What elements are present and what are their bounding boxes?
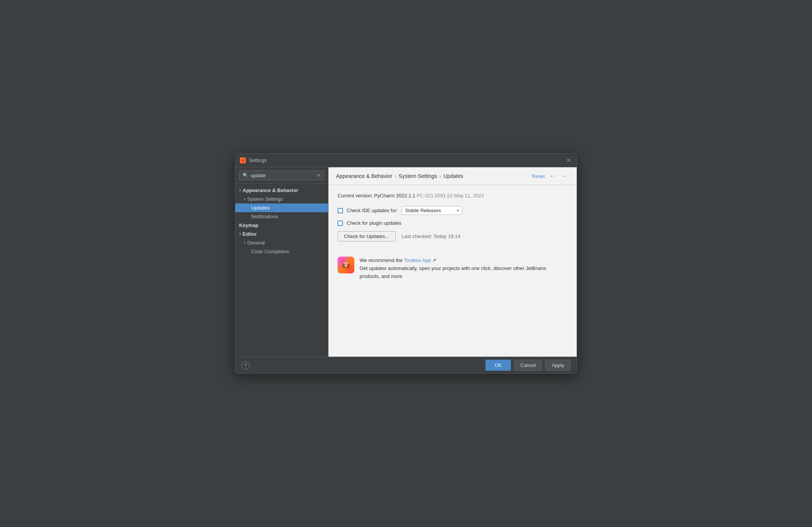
breadcrumb-part-2: System Settings	[399, 173, 437, 179]
panel-header: Appearance & Behavior › System Settings …	[328, 167, 577, 185]
nav-back-button[interactable]: ←	[548, 172, 557, 180]
check-updates-row: Check for Updates... Last checked: Today…	[338, 231, 568, 241]
sidebar-item-label: Updates	[251, 205, 270, 211]
breadcrumb-sep-1: ›	[395, 173, 396, 179]
toolbox-app-link[interactable]: Toolbox App	[404, 257, 431, 263]
sidebar-item-system-settings[interactable]: ▾ System Settings	[235, 195, 328, 203]
expand-arrow: ▾	[239, 232, 241, 236]
svg-rect-1	[241, 159, 244, 162]
sidebar-item-code-completion[interactable]: Code Completion	[235, 247, 328, 256]
recommend-text-block: We recommend the Toolbox App ↗ Get updat…	[360, 257, 568, 280]
check-ide-label: Check IDE updates for:	[347, 208, 398, 213]
sidebar-item-label: System Settings	[247, 196, 283, 202]
window-title: Settings	[249, 157, 267, 163]
settings-window: Settings ✕ 🔍 ✕ ▾ Appearance & Behavior	[235, 153, 577, 374]
toolbox-icon	[338, 257, 354, 273]
breadcrumb-part-1: Appearance & Behavior	[336, 173, 392, 179]
search-clear-button[interactable]: ✕	[317, 172, 321, 178]
sidebar-item-notifications[interactable]: Notifications	[235, 212, 328, 221]
select-arrow-icon: ▾	[457, 208, 459, 213]
search-input[interactable]	[251, 173, 314, 178]
sidebar-tree: ▾ Appearance & Behavior ▾ System Setting…	[235, 184, 328, 357]
recommend-desc: Get updates automatically, open your pro…	[360, 265, 568, 281]
check-ide-row: Check IDE updates for: Stable Releases ▾	[338, 206, 568, 215]
search-wrap: 🔍 ✕	[239, 170, 324, 180]
version-info: Current version: PyCharm 2022.1.1 PC-221…	[338, 193, 568, 198]
ok-button[interactable]: OK	[485, 360, 511, 371]
select-value: Stable Releases	[405, 208, 455, 213]
bottom-buttons: OK Cancel Apply	[485, 360, 571, 371]
reset-link[interactable]: Reset	[532, 173, 545, 179]
check-updates-button[interactable]: Check for Updates...	[338, 231, 396, 241]
svg-point-5	[345, 265, 347, 267]
nav-forward-button[interactable]: →	[560, 172, 569, 180]
stable-releases-select[interactable]: Stable Releases ▾	[401, 206, 462, 215]
main-content: 🔍 ✕ ▾ Appearance & Behavior ▾ System Set…	[235, 167, 577, 357]
app-icon	[240, 157, 246, 163]
toolbox-svg	[341, 260, 351, 270]
sidebar-item-label: General	[247, 240, 265, 246]
cancel-button[interactable]: Cancel	[514, 360, 542, 371]
sidebar-item-appearance[interactable]: ▾ Appearance & Behavior	[235, 186, 328, 195]
panel-body: Current version: PyCharm 2022.1.1 PC-221…	[328, 185, 577, 357]
main-panel: Appearance & Behavior › System Settings …	[328, 167, 577, 357]
sidebar-item-updates[interactable]: Updates	[235, 203, 328, 212]
sidebar-item-general[interactable]: ▾ General	[235, 238, 328, 247]
breadcrumb: Appearance & Behavior › System Settings …	[336, 173, 463, 179]
version-label: Current version: PyCharm 2022.1.1	[338, 193, 415, 198]
expand-arrow: ▾	[239, 188, 241, 192]
panel-actions: Reset ← →	[532, 172, 569, 180]
close-button[interactable]: ✕	[565, 157, 572, 164]
recommend-first-line: We recommend the Toolbox App ↗	[360, 257, 568, 265]
bottom-bar: ? OK Cancel Apply	[235, 357, 577, 373]
expand-arrow: ▾	[244, 197, 246, 201]
sidebar-item-label: Notifications	[251, 214, 278, 219]
sidebar-item-label: Appearance & Behavior	[243, 187, 298, 193]
svg-rect-4	[344, 262, 348, 265]
title-bar: Settings ✕	[235, 154, 577, 167]
last-checked-text: Last checked: Today 19:14	[402, 233, 460, 239]
recommend-prefix: We recommend the	[360, 257, 404, 263]
search-container: 🔍 ✕	[235, 167, 328, 184]
check-plugin-row: Check for plugin updates	[338, 220, 568, 226]
check-ide-checkbox[interactable]	[338, 208, 343, 213]
recommend-box: We recommend the Toolbox App ↗ Get updat…	[338, 251, 568, 286]
breadcrumb-sep-2: ›	[439, 173, 441, 179]
sidebar-item-label: Editor	[243, 231, 257, 237]
expand-arrow: ▾	[244, 241, 246, 245]
search-icon: 🔍	[243, 173, 248, 178]
breadcrumb-part-3: Updates	[443, 173, 463, 179]
sidebar-item-label: Code Completion	[251, 249, 289, 254]
toolbox-arrow: ↗	[431, 257, 436, 263]
check-plugin-checkbox[interactable]	[338, 221, 343, 226]
help-button[interactable]: ?	[241, 361, 250, 370]
version-id: PC-221.5591.52 May 11, 2022	[417, 193, 484, 198]
sidebar-item-editor[interactable]: ▾ Editor	[235, 230, 328, 238]
apply-button[interactable]: Apply	[545, 360, 571, 371]
sidebar-item-label: Keymap	[239, 222, 259, 228]
sidebar: 🔍 ✕ ▾ Appearance & Behavior ▾ System Set…	[235, 167, 328, 357]
check-plugin-label: Check for plugin updates	[347, 220, 401, 226]
sidebar-item-keymap[interactable]: Keymap	[235, 221, 328, 230]
